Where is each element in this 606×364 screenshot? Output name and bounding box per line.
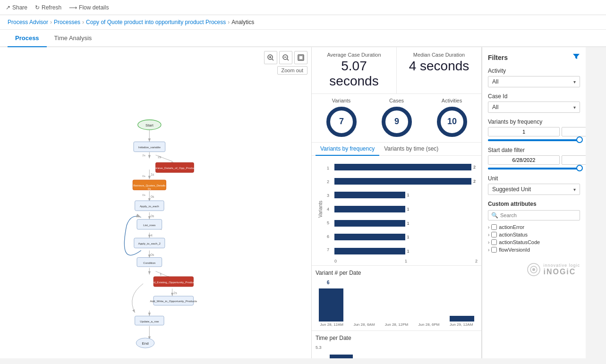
share-icon: ↗ [6,4,10,11]
attr-label-actionStatusCode: actionStatusCode [499,239,540,245]
avg-duration-label: Average Case Duration [319,52,389,58]
start-date-label: Start date filter [488,147,580,153]
filters-header: Filters [488,53,580,62]
filters-panel: Filters Activity All ▾ Case Id All ▾ Var… [482,47,586,358]
attr-chevron-1[interactable]: › [488,232,489,237]
svg-text:0s: 0s [148,187,151,190]
unit-filter-group: Unit Suggested Unit ▾ [488,175,580,195]
bar-3 [334,192,405,198]
zoom-out-button[interactable] [279,51,292,64]
bar-row-7: 1 [334,245,476,257]
variants-freq-range [488,127,580,136]
attr-chevron-3[interactable]: › [488,247,489,253]
variants-freq-label: Variants by frequency [488,119,580,125]
bar-val-2: 2 [473,179,476,184]
date-x-label-2: Jun 28, 12PM [380,322,413,327]
variants-freq-slider-thumb[interactable] [576,136,583,143]
main-layout: Zoom out 2s 1s 0s 0s [0,47,606,358]
svg-text:Add_Existing_Opportunity_Produ: Add_Existing_Opportunity_Products [150,280,197,284]
custom-attrs-search-input[interactable] [500,212,577,218]
variants-label: Variants [332,98,351,103]
svg-text:4: 4 [151,234,153,237]
attr-checkbox-actionError[interactable] [491,224,497,230]
attr-checkbox-actionStatus[interactable] [491,232,497,237]
breadcrumb: Process Advisor › Processes › Copy of Qu… [0,15,606,30]
date-x-label-0: Jun 28, 12AM [316,322,348,327]
date-x-label-1: Jun 28, 6AM [348,322,381,327]
avg-duration-value: 5.07 seconds [319,59,389,89]
activity-filter-select[interactable]: All ▾ [488,76,580,87]
svg-text:Add_Write_in_Opportunity_Produ: Add_Write_in_Opportunity_Products [150,299,197,303]
process-area: Zoom out 2s 1s 0s 0s [0,47,312,358]
start-date-from-input[interactable] [488,155,560,165]
svg-line-6 [287,59,289,60]
svg-text:1s: 1s [151,173,154,176]
tab-variants-time[interactable]: Variants by time (sec) [379,143,443,156]
start-date-slider-fill [488,168,580,169]
bar-4 [334,206,405,212]
date-x-label-4: Jun 29, 12AM [445,322,478,327]
svg-text:Apply_to_each_2: Apply_to_each_2 [138,242,161,245]
tab-variants-frequency[interactable]: Variants by frequency [316,143,379,156]
bar-6 [334,234,405,240]
activities-label: Activities [442,98,462,103]
zoom-out-label-button[interactable]: Zoom out [277,66,307,75]
variants-freq-min-input[interactable] [488,127,560,136]
svg-text:0s: 0s [151,253,154,256]
flow-diagram: 2s 1s 0s 0s 4 0s 1 2s [0,47,311,358]
svg-text:7: 7 [339,117,343,126]
svg-text:Condition: Condition [143,261,156,264]
bar-row-2: 2 [334,176,476,187]
unit-filter-select[interactable]: Suggested Unit ▾ [488,184,580,195]
svg-point-73 [532,268,535,271]
start-date-to-input[interactable] [562,155,586,165]
tab-time-analysis[interactable]: Time Analysis [47,30,100,47]
case-id-filter-value: All [492,104,498,110]
svg-text:2s: 2s [173,291,177,295]
breadcrumb-sep-1: › [82,19,84,25]
zoom-in-button[interactable] [264,51,277,64]
svg-line-3 [272,59,273,60]
breadcrumb-item-1[interactable]: Processes [54,19,80,25]
tab-bar: Process Time Analysis [0,30,606,47]
breadcrumb-item-0[interactable]: Process Advisor [8,19,48,25]
share-button[interactable]: ↗ Share [6,4,27,11]
tab-process[interactable]: Process [8,30,47,47]
breadcrumb-item-2[interactable]: Copy of Quote product into opportunity p… [86,19,226,25]
time-y-5-3: 5.3 [316,345,325,350]
bar-row-6: 1 [334,232,476,243]
bar-1 [334,164,471,170]
attr-label-flowVersionId: flowVersionId [499,247,529,253]
top-bar: ↗ Share ↻ Refresh ⟶ Flow details [0,0,606,15]
svg-text:Update_a_row: Update_a_row [140,320,159,323]
start-date-range [488,155,580,165]
breadcrumb-item-3: Analytics [231,19,254,25]
svg-rect-8 [299,56,303,59]
fit-button[interactable] [294,51,307,64]
attr-item-actionStatusCode: › actionStatusCode [488,238,580,246]
refresh-button[interactable]: ↻ Refresh [35,4,61,11]
attr-chevron-0[interactable]: › [488,225,489,230]
variants-freq-max-input[interactable] [562,127,586,136]
inogic-logo-icon [527,263,540,276]
activity-chevron-icon: ▾ [573,79,576,85]
attr-checkbox-actionStatusCode[interactable] [491,239,497,245]
custom-attrs-search-box[interactable]: 🔍 [488,210,580,220]
activity-filter-group: Activity All ▾ [488,68,580,87]
case-id-filter-select[interactable]: All ▾ [488,102,580,113]
time-per-date-chart: Time per Date 5.3 4.0 [312,331,481,358]
svg-text:1: 1 [160,272,162,276]
median-duration-box: Median Case Duration 4 seconds [397,47,481,93]
attr-chevron-2[interactable]: › [488,240,489,245]
bar-5 [334,220,405,227]
median-duration-label: Median Case Duration [404,52,474,58]
activity-filter-value: All [492,78,498,85]
start-date-slider-thumb[interactable] [576,165,583,171]
variant-per-date-chart: Variant # per Date 6 [312,266,481,331]
svg-text:Retrieve_Details_of_Opp_Produc: Retrieve_Details_of_Opp_Products [152,166,197,169]
svg-text:Apply_to_each: Apply_to_each [140,204,159,208]
svg-text:0s: 0s [151,214,154,218]
refresh-icon: ↻ [35,4,40,11]
attr-checkbox-flowVersionId[interactable] [491,247,497,253]
flow-details-button[interactable]: ⟶ Flow details [69,4,109,11]
